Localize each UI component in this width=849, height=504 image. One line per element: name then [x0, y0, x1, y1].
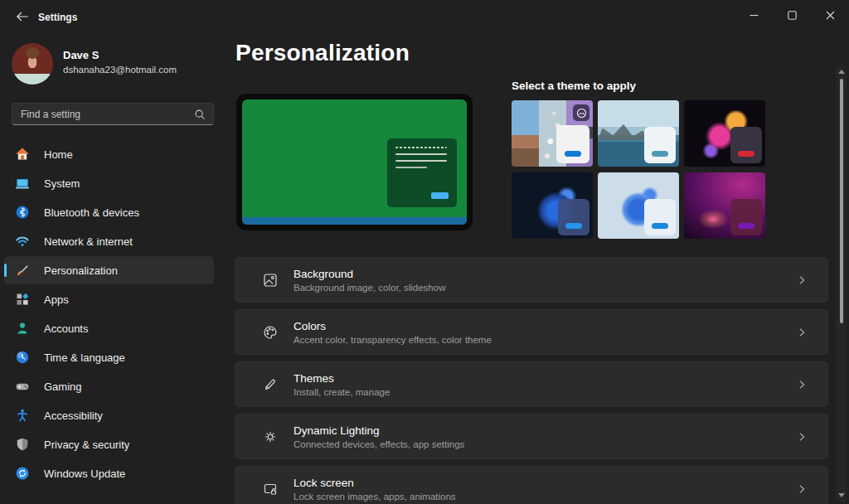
chevron-right-icon: [796, 327, 808, 338]
apps-icon: [15, 292, 30, 307]
colors-icon: [262, 324, 279, 341]
sidebar-item-privacy-security[interactable]: Privacy & security: [4, 430, 214, 458]
row-subtitle: Accent color, transparency effects, colo…: [294, 335, 796, 345]
system-icon: [15, 176, 30, 191]
chevron-right-icon: [796, 379, 808, 390]
app-title: Settings: [38, 12, 77, 23]
bluetooth-icon: [15, 205, 30, 220]
settings-rows: Background Background image, color, slid…: [235, 257, 828, 504]
row-colors[interactable]: Colors Accent color, transparency effect…: [235, 309, 828, 355]
search-icon[interactable]: [194, 109, 206, 120]
accessibility-icon: [15, 408, 30, 423]
preview-accent-button: [431, 192, 449, 199]
scrollbar: [836, 65, 847, 502]
theme-thumbnail-purple-glow[interactable]: [684, 172, 765, 239]
scroll-down-arrow-icon[interactable]: [838, 493, 845, 497]
page-title: Personalization: [235, 40, 410, 66]
close-icon: [826, 11, 835, 20]
scroll-up-arrow-icon[interactable]: [838, 70, 845, 74]
settings-window: Settings Dave S dshanaha23@hotmail.com H…: [0, 0, 849, 504]
theme-thumbnail-bloom-light[interactable]: [598, 172, 679, 239]
row-subtitle: Connected devices, effects, app settings: [294, 439, 796, 449]
minimize-icon: [750, 11, 759, 20]
network-icon: [15, 234, 30, 249]
sidebar-item-label: Bluetooth & devices: [44, 206, 139, 219]
window-controls: [735, 0, 849, 30]
row-subtitle: Install, create, manage: [294, 387, 796, 397]
minimize-button[interactable]: [735, 0, 773, 30]
search-box: [12, 103, 214, 125]
user-name: Dave S: [63, 49, 99, 61]
home-icon: [15, 147, 30, 162]
spotlight-badge-icon: [573, 104, 589, 121]
sidebar-item-label: Apps: [44, 293, 69, 306]
time-language-icon: [15, 350, 30, 365]
sidebar-item-label: System: [44, 177, 80, 190]
row-title: Colors: [294, 320, 796, 332]
chevron-right-icon: [796, 274, 808, 286]
sidebar-item-windows-update[interactable]: Windows Update: [4, 459, 214, 487]
chevron-right-icon: [796, 431, 808, 443]
preview-taskbar: [242, 217, 467, 225]
row-title: Background: [294, 268, 796, 280]
preview-window-card: [387, 138, 457, 207]
row-themes[interactable]: Themes Install, create, manage: [235, 361, 828, 407]
avatar: [12, 43, 53, 85]
personalization-icon: [15, 263, 30, 278]
sidebar-item-accessibility[interactable]: Accessibility: [4, 401, 214, 429]
theme-thumbnail-bloom-dark[interactable]: [512, 172, 593, 239]
sidebar-item-label: Home: [44, 148, 73, 161]
sidebar-item-label: Accessibility: [44, 410, 103, 422]
theme-thumbnail-dark-flower[interactable]: [684, 100, 765, 167]
maximize-button[interactable]: [773, 0, 811, 30]
accounts-icon: [15, 321, 30, 336]
scrollbar-thumb[interactable]: [840, 79, 843, 323]
sidebar-item-label: Gaming: [44, 380, 82, 393]
sidebar-item-label: Network & internet: [44, 235, 133, 248]
row-background[interactable]: Background Background image, color, slid…: [235, 257, 828, 303]
row-title: Themes: [294, 372, 796, 385]
lock-screen-icon: [262, 481, 279, 497]
sidebar-nav: Home System Bluetooth & devices Network …: [4, 140, 214, 488]
sidebar-item-system[interactable]: System: [4, 169, 214, 197]
windows-update-icon: [15, 466, 30, 481]
back-button[interactable]: [8, 7, 35, 27]
dynamic-lighting-icon: [262, 429, 279, 445]
sidebar-item-home[interactable]: Home: [4, 140, 214, 168]
sidebar-item-network[interactable]: Network & internet: [4, 227, 214, 255]
gaming-icon: [15, 379, 30, 394]
user-email: dshanaha23@hotmail.com: [63, 65, 177, 75]
row-subtitle: Background image, color, slideshow: [294, 283, 796, 293]
chevron-right-icon: [796, 483, 808, 495]
close-button[interactable]: [811, 0, 849, 30]
search-input[interactable]: [12, 109, 194, 120]
privacy-icon: [15, 437, 30, 452]
row-subtitle: Lock screen images, apps, animations: [294, 492, 796, 502]
sidebar-item-accounts[interactable]: Accounts: [4, 314, 214, 342]
background-icon: [262, 272, 279, 288]
row-title: Dynamic Lighting: [294, 424, 796, 437]
row-dynamic-lighting[interactable]: Dynamic Lighting Connected devices, effe…: [235, 414, 828, 459]
maximize-icon: [788, 11, 797, 20]
theme-thumbnail-spotlight[interactable]: [512, 100, 593, 167]
back-arrow-icon: [16, 11, 28, 22]
theme-preview-desktop: [242, 99, 467, 225]
sidebar-item-label: Accounts: [44, 322, 88, 335]
sidebar-item-label: Personalization: [44, 264, 118, 277]
theme-thumbnail-landscape[interactable]: [598, 100, 679, 167]
theme-preview-monitor: [236, 94, 473, 230]
row-title: Lock screen: [294, 477, 796, 489]
titlebar: Settings: [0, 0, 849, 33]
sidebar-item-apps[interactable]: Apps: [4, 285, 214, 313]
sidebar-item-label: Time & language: [44, 351, 125, 364]
theme-picker-grid: [512, 100, 765, 239]
theme-picker-heading: Select a theme to apply: [512, 80, 636, 92]
sidebar-item-personalization[interactable]: Personalization: [4, 256, 214, 284]
sidebar-item-time-language[interactable]: Time & language: [4, 343, 214, 371]
sidebar-item-label: Windows Update: [44, 468, 125, 480]
sidebar-item-label: Privacy & security: [44, 439, 129, 451]
row-lock-screen[interactable]: Lock screen Lock screen images, apps, an…: [235, 466, 828, 504]
sidebar-item-bluetooth[interactable]: Bluetooth & devices: [4, 198, 214, 226]
themes-icon: [262, 376, 279, 393]
sidebar-item-gaming[interactable]: Gaming: [4, 372, 214, 400]
